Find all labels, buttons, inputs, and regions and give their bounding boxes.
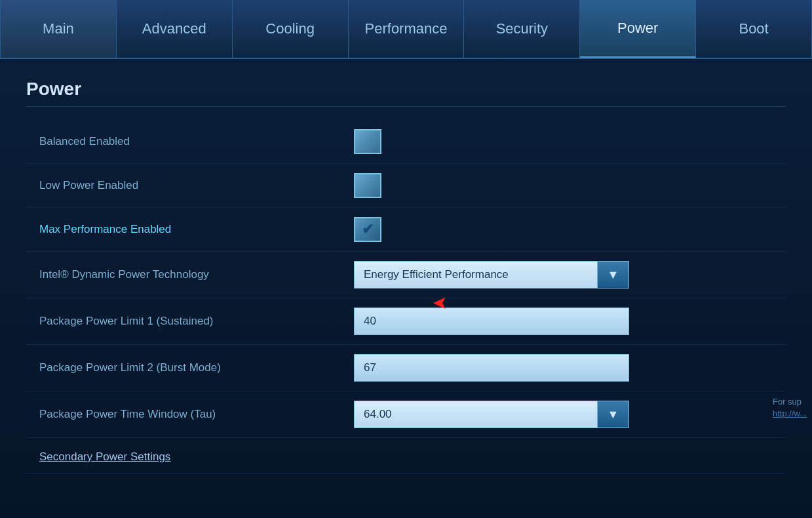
tab-performance[interactable]: Performance bbox=[349, 0, 465, 58]
intel-dynamic-value: Energy Efficient Performance bbox=[354, 261, 598, 289]
setting-row-balanced: Balanced Enabled bbox=[26, 120, 786, 164]
max-performance-checkmark: ✔ bbox=[362, 221, 374, 238]
low-power-control bbox=[354, 173, 773, 198]
ppl2-label: Package Power Limit 2 (Burst Mode) bbox=[39, 361, 354, 374]
settings-container: Balanced Enabled Low Power Enabled Max P… bbox=[26, 120, 786, 473]
max-performance-control: ✔ bbox=[354, 217, 773, 242]
max-performance-checkbox[interactable]: ✔ bbox=[354, 217, 381, 242]
low-power-label: Low Power Enabled bbox=[39, 179, 354, 192]
setting-row-tau: Package Power Time Window (Tau) 64.00 ▼ bbox=[26, 391, 786, 438]
balanced-enabled-checkbox[interactable] bbox=[354, 129, 381, 154]
max-performance-label: Max Performance Enabled bbox=[39, 223, 354, 236]
tab-advanced[interactable]: Advanced bbox=[117, 0, 233, 58]
ppl2-input[interactable]: 67 bbox=[354, 354, 629, 382]
low-power-checkbox[interactable] bbox=[354, 173, 381, 198]
tau-arrow[interactable]: ▼ bbox=[598, 401, 629, 428]
intel-dynamic-control: Energy Efficient Performance ▼ bbox=[354, 261, 773, 289]
ppl1-control: 40 bbox=[354, 308, 773, 335]
setting-row-secondary: Secondary Power Settings bbox=[26, 438, 786, 473]
content-area: Power Balanced Enabled Low Power Enabled… bbox=[0, 59, 812, 518]
intel-dynamic-label: Intel® Dynamic Power Technology bbox=[39, 268, 354, 281]
red-arrow-indicator: ➤ bbox=[433, 292, 448, 313]
tab-bar: Main Advanced Cooling Performance Securi… bbox=[0, 0, 812, 59]
setting-row-ppl2: Package Power Limit 2 (Burst Mode) 67 bbox=[26, 345, 786, 391]
tab-boot[interactable]: Boot bbox=[696, 0, 812, 58]
intel-dynamic-dropdown[interactable]: Energy Efficient Performance ▼ bbox=[354, 261, 629, 289]
balanced-enabled-label: Balanced Enabled bbox=[39, 135, 354, 148]
ppl1-label: Package Power Limit 1 (Sustained) bbox=[39, 315, 354, 328]
tau-value: 64.00 bbox=[354, 401, 598, 428]
setting-row-ppl1: Package Power Limit 1 (Sustained) 40 bbox=[26, 298, 786, 345]
tau-label: Package Power Time Window (Tau) bbox=[39, 408, 354, 421]
tab-security[interactable]: Security bbox=[464, 0, 580, 58]
setting-row-low-power: Low Power Enabled bbox=[26, 164, 786, 208]
secondary-power-link[interactable]: Secondary Power Settings bbox=[39, 450, 170, 464]
setting-row-max-performance: Max Performance Enabled ✔ bbox=[26, 208, 786, 252]
tau-dropdown[interactable]: 64.00 ▼ bbox=[354, 401, 629, 428]
tab-power[interactable]: Power bbox=[580, 0, 696, 58]
support-text: For sup http://w... bbox=[773, 396, 807, 420]
ppl1-input[interactable]: 40 bbox=[354, 308, 629, 335]
intel-dynamic-arrow[interactable]: ▼ bbox=[598, 261, 629, 289]
tab-cooling[interactable]: Cooling bbox=[233, 0, 349, 58]
ppl2-control: 67 bbox=[354, 354, 773, 382]
setting-row-intel-dynamic: Intel® Dynamic Power Technology Energy E… bbox=[26, 252, 786, 298]
tau-control: 64.00 ▼ bbox=[354, 401, 773, 428]
tab-main[interactable]: Main bbox=[0, 0, 117, 58]
page-title: Power bbox=[26, 79, 786, 107]
balanced-enabled-control bbox=[354, 129, 773, 154]
